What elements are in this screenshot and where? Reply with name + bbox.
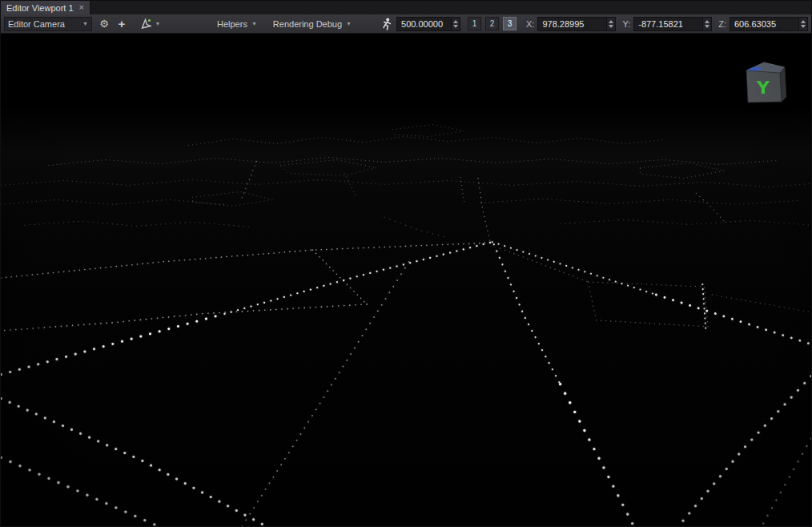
tab-bar: Editor Viewport 1 × xyxy=(1,1,811,14)
spinner-down-icon[interactable] xyxy=(453,25,458,28)
running-man-icon xyxy=(380,18,392,30)
camera-z-field[interactable]: 606.63035 xyxy=(730,17,808,31)
camera-z-value: 606.63035 xyxy=(730,18,798,30)
spinner-up-icon[interactable] xyxy=(453,20,458,23)
plus-icon: + xyxy=(119,17,126,30)
camera-x-field[interactable]: 978.28995 xyxy=(537,17,616,31)
camera-speed-spinner[interactable] xyxy=(451,18,460,30)
editor-window: Editor Viewport 1 × Editor Camera ▼ ⚙ + … xyxy=(0,0,812,527)
camera-select[interactable]: Editor Camera ▼ xyxy=(4,17,92,31)
z-axis-label: Z: xyxy=(718,19,726,29)
camera-controls-group: 500.00000 1 2 3 X: 978.28995 Y: xyxy=(379,17,808,31)
view-orientation-cube[interactable]: Y xyxy=(741,58,787,107)
viewport[interactable]: Y xyxy=(1,34,811,526)
rendering-debug-label: Rendering Debug xyxy=(273,19,342,29)
close-icon[interactable]: × xyxy=(79,3,84,12)
camera-x-spinner[interactable] xyxy=(606,18,615,30)
helpers-dropdown[interactable]: Helpers ▼ xyxy=(212,16,262,32)
speed-preset-2[interactable]: 2 xyxy=(485,17,499,30)
camera-speed-field[interactable]: 500.00000 xyxy=(396,17,460,31)
camera-z-spinner[interactable] xyxy=(798,18,807,30)
tab-title: Editor Viewport 1 xyxy=(6,3,74,13)
camera-x-value: 978.28995 xyxy=(538,18,606,30)
camera-y-value: -877.15821 xyxy=(634,18,702,30)
camera-y-spinner[interactable] xyxy=(702,18,711,30)
spinner-up-icon[interactable] xyxy=(801,20,806,23)
camera-y-field[interactable]: -877.15821 xyxy=(633,17,712,31)
camera-speed-button[interactable] xyxy=(379,17,393,31)
tab-editor-viewport-1[interactable]: Editor Viewport 1 × xyxy=(1,1,90,14)
edit-tool-dropdown[interactable]: ▼ xyxy=(153,17,163,31)
spinner-down-icon[interactable] xyxy=(705,25,709,28)
edit-tool-button[interactable] xyxy=(139,17,153,31)
x-axis-label: X: xyxy=(526,19,534,29)
rendering-debug-dropdown[interactable]: Rendering Debug ▼ xyxy=(268,16,356,32)
viewport-settings-button[interactable]: ⚙ xyxy=(97,17,111,31)
speed-presets: 1 2 3 xyxy=(468,17,517,30)
chevron-down-icon: ▼ xyxy=(346,21,352,26)
add-button[interactable]: + xyxy=(115,17,129,31)
spinner-up-icon[interactable] xyxy=(705,20,709,23)
speed-preset-3[interactable]: 3 xyxy=(503,17,517,30)
spinner-up-icon[interactable] xyxy=(609,20,613,23)
edit-tool-icon xyxy=(140,18,152,30)
camera-speed-value: 500.00000 xyxy=(397,18,451,30)
spinner-down-icon[interactable] xyxy=(609,25,613,28)
chevron-down-icon: ▼ xyxy=(82,21,88,26)
viewport-canvas[interactable] xyxy=(1,34,811,526)
camera-select-value: Editor Camera xyxy=(8,19,65,29)
viewport-toolbar: Editor Camera ▼ ⚙ + ▼ Helpers ▼ Renderin… xyxy=(1,14,811,34)
view-cube-axis-label: Y xyxy=(756,78,770,98)
chevron-down-icon: ▼ xyxy=(251,21,257,26)
gear-icon: ⚙ xyxy=(99,18,109,30)
spinner-down-icon[interactable] xyxy=(801,25,806,28)
speed-preset-1[interactable]: 1 xyxy=(468,17,481,30)
chevron-down-icon: ▼ xyxy=(155,21,161,26)
y-axis-label: Y: xyxy=(622,19,630,29)
helpers-label: Helpers xyxy=(217,19,247,29)
